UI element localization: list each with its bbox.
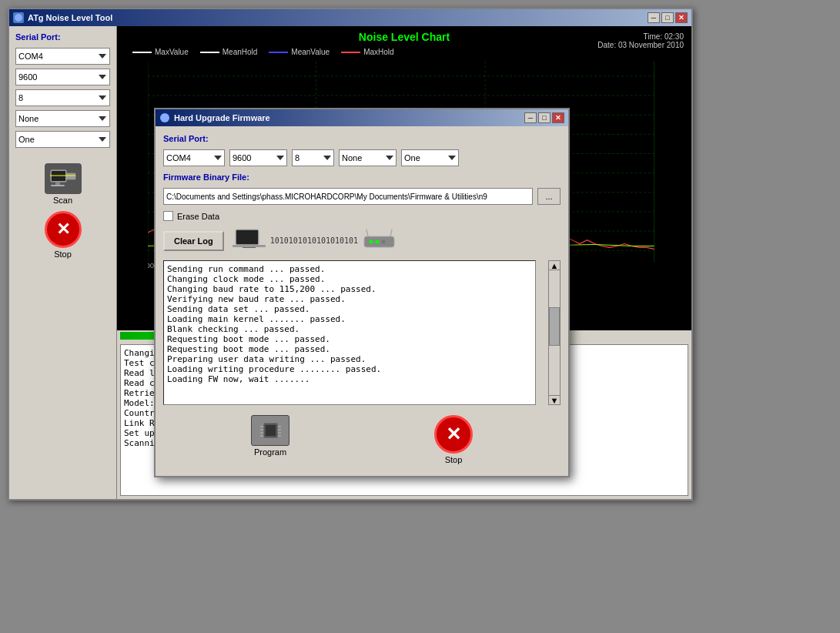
- scan-button[interactable]: Scan: [45, 163, 82, 205]
- scrollbar[interactable]: ▲ ▼: [548, 260, 561, 405]
- svg-text:-40: -40: [133, 72, 144, 80]
- chart-time: Time: 02:30 Date: 03 November 2010: [597, 32, 684, 49]
- svg-point-42: [370, 240, 373, 244]
- dialog-stop-bits-dropdown[interactable]: OneTwo: [401, 149, 459, 166]
- dialog-window: Hard Upgrade Firmware ─ □ ✕ Serial Port:…: [154, 108, 570, 477]
- svg-text:-50: -50: [133, 91, 144, 99]
- legend-item-maxhold: MaxHold: [341, 48, 393, 56]
- dialog-log-area: Sending run command ... passed.Changing …: [163, 260, 536, 405]
- dialog-serial-port-row: COM4COM1COM2COM3 96001920038400576001152…: [163, 149, 561, 166]
- svg-text:-70: -70: [133, 129, 144, 138]
- svg-rect-40: [243, 247, 256, 248]
- stop-label: Stop: [54, 250, 72, 259]
- legend-line-maxvalue: [132, 52, 152, 53]
- data-bits-dropdown[interactable]: 8 7: [15, 89, 110, 106]
- com-port-dropdown[interactable]: COM4 COM1 COM2 COM3: [15, 48, 110, 65]
- bits-animation-text: 1010101010101010101: [270, 236, 358, 245]
- browse-button[interactable]: ...: [537, 188, 561, 205]
- scrollbar-thumb[interactable]: [549, 307, 560, 346]
- firmware-label: Firmware Binary File:: [163, 172, 249, 182]
- main-title-left: ATg Noise Level Tool: [13, 12, 112, 23]
- clear-log-button[interactable]: Clear Log: [163, 231, 224, 251]
- baud-rate-dropdown[interactable]: 9600 19200 38400 57600 115200: [15, 69, 110, 85]
- svg-rect-6: [51, 185, 65, 186]
- scroll-up-button[interactable]: ▲: [549, 261, 560, 270]
- svg-rect-38: [236, 230, 258, 244]
- svg-point-36: [160, 113, 169, 122]
- scan-icon: [45, 163, 82, 194]
- maximize-button[interactable]: □: [661, 12, 674, 23]
- legend-item-meanvalue: MeanValue: [269, 48, 330, 56]
- main-title-bar: ATg Noise Level Tool ─ □ ✕: [9, 9, 691, 26]
- svg-text:-90: -90: [133, 169, 144, 177]
- dialog-content: Serial Port: COM4COM1COM2COM3 9600192003…: [156, 126, 568, 476]
- serial-port-label: Serial Port:: [15, 32, 110, 42]
- svg-rect-56: [266, 425, 276, 436]
- svg-line-45: [366, 229, 368, 236]
- dialog-title-text: Hard Upgrade Firmware: [174, 113, 270, 122]
- program-label: Program: [254, 447, 286, 457]
- svg-text:-130: -130: [129, 246, 144, 254]
- dialog-stop-button[interactable]: ✕ Stop: [434, 415, 473, 464]
- dialog-title-bar: Hard Upgrade Firmware ─ □ ✕: [156, 109, 568, 126]
- svg-text:900: 900: [142, 261, 154, 270]
- svg-rect-5: [55, 182, 60, 185]
- stop-button[interactable]: ✕ Stop: [45, 211, 82, 259]
- main-title-buttons: ─ □ ✕: [648, 12, 688, 23]
- dialog-baud-rate-dropdown[interactable]: 9600192003840057600115200: [229, 149, 287, 166]
- dialog-serial-label: Serial Port:: [163, 134, 561, 143]
- scan-label: Scan: [53, 196, 72, 205]
- dialog-data-bits-dropdown[interactable]: 87: [292, 149, 334, 166]
- svg-text:Noise Level (dBm): Noise Level (dBm): [117, 135, 123, 196]
- dialog-close-button[interactable]: ✕: [552, 112, 564, 123]
- dialog-stop-label: Stop: [445, 455, 463, 464]
- dialog-maximize-button[interactable]: □: [538, 112, 551, 123]
- svg-text:-110: -110: [129, 207, 144, 216]
- main-title-text: ATg Noise Level Tool: [28, 13, 112, 22]
- dialog-app-icon: [159, 112, 170, 123]
- dialog-parity-dropdown[interactable]: NoneOddEven: [339, 149, 397, 166]
- firmware-animation: 1010101010101010101: [232, 227, 561, 254]
- middle-row: Clear Log 1010101010101010101: [163, 227, 561, 254]
- erase-data-checkbox[interactable]: [163, 211, 173, 221]
- dialog-minimize-button[interactable]: ─: [524, 112, 537, 123]
- legend-line-maxhold: [341, 52, 360, 53]
- svg-text:-140: -140: [129, 261, 144, 270]
- dialog-log-wrapper: Sending run command ... passed.Changing …: [163, 260, 561, 405]
- legend-text-meanvalue: MeanValue: [291, 48, 330, 56]
- left-panel: Serial Port: COM4 COM1 COM2 COM3 9600 19…: [9, 26, 117, 499]
- dialog-title-buttons: ─ □ ✕: [524, 112, 564, 123]
- main-app-icon: [13, 12, 24, 23]
- stop-bits-dropdown[interactable]: One Two: [15, 131, 110, 148]
- close-button[interactable]: ✕: [675, 12, 688, 23]
- svg-rect-3: [66, 173, 75, 179]
- svg-text:-100: -100: [129, 188, 144, 196]
- svg-rect-39: [233, 245, 266, 247]
- svg-point-44: [382, 240, 386, 244]
- dialog-com-port-dropdown[interactable]: COM4COM1COM2COM3: [163, 149, 225, 166]
- bottom-buttons: Program ✕ Stop: [163, 411, 561, 468]
- minimize-button[interactable]: ─: [648, 12, 660, 23]
- stop-icon: ✕: [45, 211, 82, 248]
- svg-text:-120: -120: [129, 226, 144, 235]
- legend-item-meanhold: MeanHold: [200, 48, 258, 56]
- laptop-icon: [232, 227, 266, 254]
- legend-line-meanvalue: [269, 52, 288, 53]
- svg-point-0: [15, 14, 22, 22]
- dialog-stop-icon: ✕: [434, 415, 473, 454]
- parity-dropdown[interactable]: None Odd Even: [15, 110, 110, 127]
- scroll-down-button[interactable]: ▼: [549, 395, 560, 404]
- svg-line-46: [390, 229, 392, 236]
- program-chip-icon: [251, 415, 289, 446]
- erase-data-row: Erase Data: [163, 211, 561, 221]
- svg-point-43: [376, 240, 380, 244]
- legend-item-maxvalue: MaxValue: [132, 48, 189, 56]
- firmware-path-input[interactable]: [163, 188, 533, 205]
- chip-icon: [257, 419, 284, 442]
- program-button[interactable]: Program: [251, 415, 289, 464]
- legend-text-meanhold: MeanHold: [223, 48, 258, 56]
- legend-line-meanhold: [200, 52, 219, 53]
- dialog-title-left: Hard Upgrade Firmware: [159, 112, 270, 123]
- scan-stop-container: Scan ✕ Stop: [15, 163, 110, 259]
- erase-data-label: Erase Data: [177, 212, 219, 221]
